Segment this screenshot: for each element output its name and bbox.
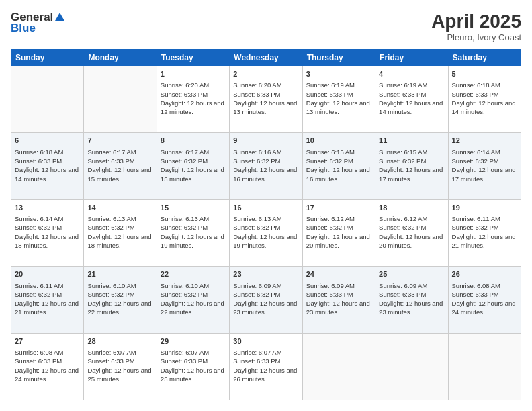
- day-info: Sunset: 6:32 PM: [161, 290, 226, 299]
- day-number: 29: [161, 336, 226, 347]
- day-info: Sunrise: 6:20 AM: [233, 81, 298, 89]
- day-number: 30: [233, 336, 298, 347]
- calendar-cell: 28Sunrise: 6:07 AMSunset: 6:33 PMDayligh…: [84, 333, 157, 400]
- day-info: Daylight: 12 hours and 13 minutes.: [306, 99, 371, 117]
- day-number: 20: [15, 269, 80, 279]
- day-number: 23: [233, 269, 298, 279]
- day-info: Sunset: 6:33 PM: [161, 357, 226, 365]
- day-info: Sunrise: 6:09 AM: [306, 281, 371, 290]
- day-info: Daylight: 12 hours and 22 minutes.: [161, 299, 226, 317]
- day-number: 19: [452, 203, 517, 213]
- calendar-cell: [448, 333, 521, 400]
- logo: General Blue: [11, 11, 66, 35]
- day-info: Sunset: 6:32 PM: [161, 223, 226, 232]
- day-info: Sunset: 6:33 PM: [452, 90, 517, 99]
- day-number: 21: [87, 269, 152, 279]
- day-info: Daylight: 12 hours and 12 minutes.: [161, 99, 226, 117]
- day-info: Sunrise: 6:13 AM: [233, 214, 298, 223]
- day-info: Sunset: 6:33 PM: [379, 90, 444, 99]
- day-info: Sunrise: 6:11 AM: [15, 281, 80, 290]
- day-number: 25: [379, 269, 444, 279]
- day-info: Sunrise: 6:08 AM: [452, 281, 517, 290]
- calendar-cell: 29Sunrise: 6:07 AMSunset: 6:33 PMDayligh…: [157, 333, 229, 400]
- calendar-cell: 27Sunrise: 6:08 AMSunset: 6:33 PMDayligh…: [11, 333, 84, 400]
- day-info: Sunrise: 6:12 AM: [306, 214, 371, 223]
- calendar-cell: 11Sunrise: 6:15 AMSunset: 6:32 PMDayligh…: [375, 133, 448, 199]
- day-number: 9: [233, 136, 298, 146]
- day-number: 4: [379, 69, 444, 79]
- calendar-cell: [302, 333, 375, 400]
- calendar-week-row: 1Sunrise: 6:20 AMSunset: 6:33 PMDaylight…: [11, 66, 521, 133]
- calendar-cell: [375, 333, 448, 400]
- day-info: Sunset: 6:32 PM: [233, 290, 298, 299]
- logo-icon: [54, 11, 66, 24]
- day-info: Daylight: 12 hours and 21 minutes.: [452, 232, 517, 250]
- day-info: Daylight: 12 hours and 13 minutes.: [233, 99, 298, 117]
- calendar-cell: 21Sunrise: 6:10 AMSunset: 6:32 PMDayligh…: [84, 267, 157, 333]
- calendar-cell: 6Sunrise: 6:18 AMSunset: 6:33 PMDaylight…: [11, 133, 84, 199]
- day-number: 15: [161, 203, 226, 213]
- calendar-cell: 13Sunrise: 6:14 AMSunset: 6:32 PMDayligh…: [11, 199, 84, 266]
- day-number: 1: [161, 69, 226, 79]
- day-info: Daylight: 12 hours and 17 minutes.: [379, 165, 444, 183]
- day-info: Daylight: 12 hours and 22 minutes.: [87, 299, 152, 317]
- day-info: Sunrise: 6:16 AM: [233, 148, 298, 156]
- calendar-cell: 25Sunrise: 6:09 AMSunset: 6:33 PMDayligh…: [375, 267, 448, 333]
- calendar-cell: 20Sunrise: 6:11 AMSunset: 6:32 PMDayligh…: [11, 267, 84, 333]
- day-number: 8: [161, 136, 226, 146]
- calendar-week-row: 27Sunrise: 6:08 AMSunset: 6:33 PMDayligh…: [11, 333, 521, 400]
- day-number: 5: [452, 69, 517, 79]
- day-info: Sunset: 6:32 PM: [379, 223, 444, 232]
- calendar-day-header: Saturday: [448, 50, 521, 66]
- calendar-cell: 2Sunrise: 6:20 AMSunset: 6:33 PMDaylight…: [230, 66, 302, 133]
- day-info: Sunrise: 6:08 AM: [15, 348, 80, 357]
- day-info: Sunrise: 6:20 AM: [161, 81, 226, 89]
- day-info: Sunrise: 6:17 AM: [161, 148, 226, 156]
- day-info: Sunset: 6:32 PM: [87, 290, 152, 299]
- day-info: Daylight: 12 hours and 16 minutes.: [306, 165, 371, 183]
- day-info: Daylight: 12 hours and 14 minutes.: [15, 165, 80, 183]
- day-number: 2: [233, 69, 298, 79]
- day-info: Sunrise: 6:11 AM: [452, 214, 517, 223]
- day-info: Sunset: 6:33 PM: [15, 357, 80, 365]
- title-block: April 2025 Pleuro, Ivory Coast: [431, 11, 521, 42]
- calendar-cell: 19Sunrise: 6:11 AMSunset: 6:32 PMDayligh…: [448, 199, 521, 266]
- svg-marker-0: [55, 13, 64, 21]
- day-info: Sunset: 6:32 PM: [452, 156, 517, 165]
- day-info: Daylight: 12 hours and 18 minutes.: [15, 232, 80, 250]
- calendar-day-header: Thursday: [302, 50, 375, 66]
- day-info: Sunset: 6:32 PM: [87, 223, 152, 232]
- calendar-cell: 30Sunrise: 6:07 AMSunset: 6:33 PMDayligh…: [230, 333, 302, 400]
- page: General Blue April 2025 Pleuro, Ivory Co…: [0, 0, 532, 411]
- day-info: Sunrise: 6:09 AM: [233, 281, 298, 290]
- day-info: Sunset: 6:32 PM: [379, 156, 444, 165]
- day-info: Sunset: 6:32 PM: [306, 156, 371, 165]
- day-info: Sunset: 6:33 PM: [87, 357, 152, 365]
- day-info: Sunrise: 6:15 AM: [379, 148, 444, 156]
- day-number: 13: [15, 203, 80, 213]
- calendar-cell: 10Sunrise: 6:15 AMSunset: 6:32 PMDayligh…: [302, 133, 375, 199]
- day-info: Daylight: 12 hours and 14 minutes.: [452, 99, 517, 117]
- day-info: Sunrise: 6:07 AM: [161, 348, 226, 357]
- calendar-cell: 15Sunrise: 6:13 AMSunset: 6:32 PMDayligh…: [157, 199, 229, 266]
- day-info: Sunset: 6:33 PM: [233, 357, 298, 365]
- day-number: 14: [87, 203, 152, 213]
- day-number: 7: [87, 136, 152, 146]
- day-info: Sunrise: 6:19 AM: [379, 81, 444, 89]
- calendar-cell: 12Sunrise: 6:14 AMSunset: 6:32 PMDayligh…: [448, 133, 521, 199]
- calendar-cell: 26Sunrise: 6:08 AMSunset: 6:33 PMDayligh…: [448, 267, 521, 333]
- day-info: Daylight: 12 hours and 24 minutes.: [452, 299, 517, 317]
- day-info: Daylight: 12 hours and 24 minutes.: [15, 366, 80, 384]
- calendar-week-row: 20Sunrise: 6:11 AMSunset: 6:32 PMDayligh…: [11, 267, 521, 333]
- day-info: Daylight: 12 hours and 19 minutes.: [233, 232, 298, 250]
- day-number: 6: [15, 136, 80, 146]
- day-info: Sunrise: 6:18 AM: [15, 148, 80, 156]
- day-info: Daylight: 12 hours and 26 minutes.: [233, 366, 298, 384]
- day-info: Daylight: 12 hours and 25 minutes.: [87, 366, 152, 384]
- day-number: 26: [452, 269, 517, 279]
- day-info: Daylight: 12 hours and 16 minutes.: [233, 165, 298, 183]
- day-number: 16: [233, 203, 298, 213]
- day-info: Sunset: 6:33 PM: [233, 90, 298, 99]
- day-number: 11: [379, 136, 444, 146]
- day-number: 18: [379, 203, 444, 213]
